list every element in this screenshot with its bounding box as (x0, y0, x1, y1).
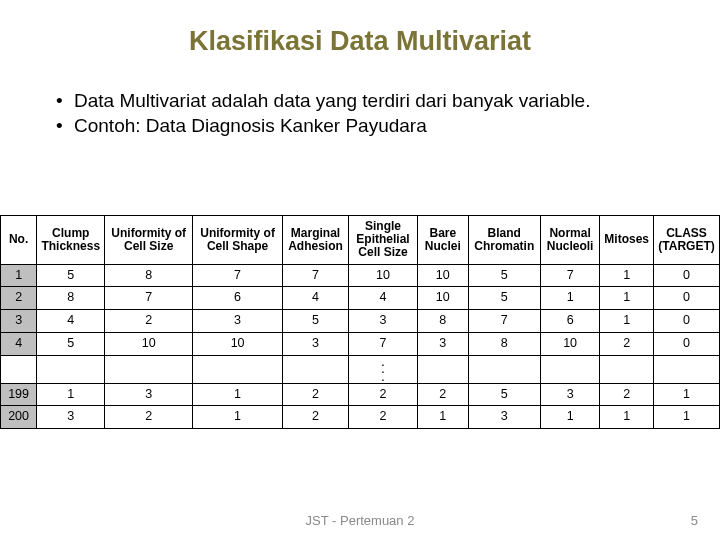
table-row: 199 1 3 1 2 2 2 5 3 2 1 (1, 383, 720, 406)
cell: 3 (283, 332, 349, 355)
row-number: 200 (1, 406, 37, 429)
cell: 4 (283, 287, 349, 310)
cell: 10 (541, 332, 600, 355)
row-number: 3 (1, 310, 37, 333)
cell: 1 (600, 406, 654, 429)
cell: 3 (105, 383, 193, 406)
cell: 1 (193, 383, 283, 406)
col-header: Mitoses (600, 216, 654, 265)
cell: 2 (348, 406, 417, 429)
col-header: Single Epithelial Cell Size (348, 216, 417, 265)
cell: 1 (654, 383, 720, 406)
cell: 2 (283, 383, 349, 406)
col-header: Bare Nuclei (418, 216, 468, 265)
cell: 10 (193, 332, 283, 355)
table-row: 1 5 8 7 7 10 10 5 7 1 0 (1, 264, 720, 287)
cell: 2 (283, 406, 349, 429)
table-row: 4 5 10 10 3 7 3 8 10 2 0 (1, 332, 720, 355)
col-header: Uniformity of Cell Size (105, 216, 193, 265)
col-header: Marginal Adhesion (283, 216, 349, 265)
cell: 4 (348, 287, 417, 310)
cell: 6 (541, 310, 600, 333)
cell: 6 (193, 287, 283, 310)
cell: 0 (654, 310, 720, 333)
cell: 0 (654, 287, 720, 310)
col-header: CLASS (TARGET) (654, 216, 720, 265)
cell: 7 (541, 264, 600, 287)
table-row: 2 8 7 6 4 4 10 5 1 1 0 (1, 287, 720, 310)
cell: 3 (193, 310, 283, 333)
cell: 5 (37, 264, 105, 287)
cell: 1 (600, 310, 654, 333)
cell: 8 (468, 332, 540, 355)
row-number: 2 (1, 287, 37, 310)
table-row: 200 3 2 1 2 2 1 3 1 1 1 (1, 406, 720, 429)
cell: 1 (37, 383, 105, 406)
cell: 5 (468, 287, 540, 310)
row-number: 1 (1, 264, 37, 287)
cell: 2 (600, 383, 654, 406)
cell: 3 (418, 332, 468, 355)
row-number: 199 (1, 383, 37, 406)
cell: 0 (654, 264, 720, 287)
page-number: 5 (691, 513, 698, 528)
cell: 1 (600, 264, 654, 287)
cell: 5 (37, 332, 105, 355)
cell: 4 (37, 310, 105, 333)
cell: 10 (418, 264, 468, 287)
slide-title: Klasifikasi Data Multivariat (0, 26, 720, 57)
cell: 5 (468, 264, 540, 287)
cell: 7 (468, 310, 540, 333)
ellipsis-row: ... (1, 355, 720, 383)
bullet-item: Contoh: Data Diagnosis Kanker Payudara (56, 114, 720, 139)
cell: 1 (541, 287, 600, 310)
cell: 5 (468, 383, 540, 406)
data-table: No. Clump Thickness Uniformity of Cell S… (0, 215, 720, 429)
cell: 7 (348, 332, 417, 355)
cell: 7 (283, 264, 349, 287)
cell: 2 (600, 332, 654, 355)
cell: 3 (468, 406, 540, 429)
cell: 2 (105, 406, 193, 429)
bullet-item: Data Multivariat adalah data yang terdir… (56, 89, 720, 114)
row-number: 4 (1, 332, 37, 355)
vertical-ellipsis-icon: ... (348, 355, 417, 383)
table-header-row: No. Clump Thickness Uniformity of Cell S… (1, 216, 720, 265)
col-header: Normal Nucleoli (541, 216, 600, 265)
cell: 1 (654, 406, 720, 429)
bullet-list: Data Multivariat adalah data yang terdir… (56, 89, 720, 138)
cell: 0 (654, 332, 720, 355)
cell: 3 (348, 310, 417, 333)
cell: 5 (283, 310, 349, 333)
cell: 3 (37, 406, 105, 429)
cell: 10 (348, 264, 417, 287)
cell: 7 (193, 264, 283, 287)
cell: 3 (541, 383, 600, 406)
table-row: 3 4 2 3 5 3 8 7 6 1 0 (1, 310, 720, 333)
cell: 7 (105, 287, 193, 310)
cell: 1 (193, 406, 283, 429)
col-header: Bland Chromatin (468, 216, 540, 265)
cell: 2 (105, 310, 193, 333)
cell: 1 (600, 287, 654, 310)
col-header: No. (1, 216, 37, 265)
footer-text: JST - Pertemuan 2 (0, 513, 720, 528)
cell: 8 (418, 310, 468, 333)
cell: 10 (418, 287, 468, 310)
cell: 2 (348, 383, 417, 406)
cell: 2 (418, 383, 468, 406)
cell: 8 (37, 287, 105, 310)
cell: 8 (105, 264, 193, 287)
cell: 10 (105, 332, 193, 355)
col-header: Uniformity of Cell Shape (193, 216, 283, 265)
col-header: Clump Thickness (37, 216, 105, 265)
cell: 1 (541, 406, 600, 429)
cell: 1 (418, 406, 468, 429)
